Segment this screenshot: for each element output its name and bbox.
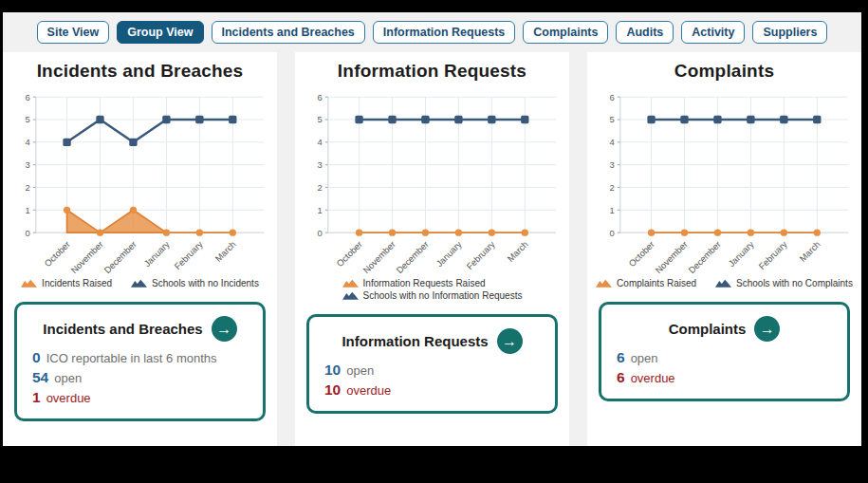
information-requests-detail-button[interactable]: → — [497, 328, 523, 354]
panels-row: Incidents and Breaches 0123456OctoberNov… — [3, 52, 861, 446]
chart-title-incidents: Incidents and Breaches — [7, 61, 273, 82]
svg-text:October: October — [626, 239, 656, 269]
stat-value: 6 — [617, 369, 625, 386]
area-series-icon — [342, 278, 359, 288]
legend-item: Schools with no Complaints — [715, 278, 853, 288]
svg-text:January: January — [726, 238, 756, 269]
stat-label: open — [54, 371, 82, 385]
svg-text:6: 6 — [609, 92, 614, 102]
legend-label: Information Requests Raised — [363, 278, 486, 288]
svg-text:5: 5 — [317, 114, 322, 124]
tab-suppliers[interactable]: Suppliers — [752, 21, 827, 44]
stat-open: 54 open — [32, 369, 248, 386]
line-series-icon — [342, 290, 359, 301]
area-series-icon — [596, 278, 612, 288]
card-title: Information Requests — [342, 333, 488, 349]
legend-label: Schools with no Complaints — [736, 278, 853, 288]
legend-label: Schools with no Information Requests — [363, 290, 523, 301]
svg-text:2: 2 — [25, 182, 29, 193]
complaints-chart-legend: Complaints Raised Schools with no Compla… — [587, 278, 861, 288]
svg-text:March: March — [797, 239, 822, 264]
legend-item: Incidents Raised — [21, 278, 112, 288]
complaints-chart: 0123456OctoberNovemberDecemberJanuaryFeb… — [594, 87, 856, 282]
svg-text:0: 0 — [25, 228, 29, 238]
svg-text:February: February — [464, 238, 497, 271]
svg-text:5: 5 — [25, 114, 29, 124]
tab-site-view[interactable]: Site View — [37, 21, 110, 44]
arrow-right-icon: → — [760, 322, 775, 337]
svg-text:0: 0 — [317, 228, 322, 238]
svg-text:1: 1 — [25, 205, 29, 215]
stat-label: overdue — [346, 383, 391, 398]
stat-open: 10 open — [324, 362, 540, 379]
incidents-chart-legend: Incidents Raised Schools with no Inciden… — [3, 278, 277, 288]
complaints-detail-button[interactable]: → — [754, 316, 780, 342]
card-title: Complaints — [669, 321, 747, 337]
legend-item: Schools with no Incidents — [131, 278, 259, 288]
svg-text:December: December — [686, 239, 723, 276]
svg-text:February: February — [756, 238, 789, 271]
svg-text:3: 3 — [609, 159, 614, 170]
svg-text:March: March — [212, 239, 237, 264]
svg-text:6: 6 — [25, 92, 29, 102]
svg-text:4: 4 — [25, 137, 29, 147]
legend-item: Schools with no Information Requests — [342, 290, 523, 301]
stat-value: 0 — [32, 349, 41, 366]
card-head: Incidents and Breaches → — [32, 316, 248, 342]
incidents-detail-button[interactable]: → — [212, 316, 237, 342]
stat-overdue: 6 overdue — [617, 369, 832, 386]
card-head: Complaints → — [617, 316, 832, 342]
tab-activity[interactable]: Activity — [681, 21, 745, 44]
line-series-icon — [715, 278, 731, 288]
stat-value: 1 — [32, 389, 41, 406]
legend-label: Complaints Raised — [617, 278, 696, 288]
tab-information-requests[interactable]: Information Requests — [373, 21, 516, 44]
svg-text:October: October — [334, 239, 363, 269]
svg-text:November: November — [68, 239, 105, 276]
svg-text:0: 0 — [609, 228, 614, 238]
tab-incidents-and-breaches[interactable]: Incidents and Breaches — [212, 21, 365, 44]
svg-text:January: January — [141, 238, 172, 269]
information-requests-chart: 0123456OctoberNovemberDecemberJanuaryFeb… — [302, 87, 563, 282]
stat-overdue: 10 overdue — [324, 381, 540, 399]
panel-incidents-and-breaches: Incidents and Breaches 0123456OctoberNov… — [3, 52, 277, 446]
svg-text:November: November — [360, 239, 397, 276]
svg-text:5: 5 — [609, 114, 614, 124]
svg-text:1: 1 — [317, 205, 322, 215]
legend-item: Information Requests Raised — [342, 278, 486, 288]
view-tabbar: Site View Group View Incidents and Breac… — [3, 12, 861, 52]
svg-text:March: March — [505, 239, 529, 264]
svg-text:October: October — [42, 239, 71, 269]
svg-text:2: 2 — [317, 182, 322, 193]
tab-group-view[interactable]: Group View — [117, 21, 203, 44]
incidents-chart: 0123456OctoberNovemberDecemberJanuaryFeb… — [9, 87, 271, 282]
stat-label: overdue — [46, 391, 91, 405]
legend-item: Complaints Raised — [596, 278, 696, 288]
stat-label: open — [631, 351, 658, 365]
card-head: Information Requests → — [324, 328, 540, 354]
stat-value: 10 — [324, 362, 341, 379]
panel-complaints: Complaints 0123456OctoberNovemberDecembe… — [587, 52, 861, 446]
chart-title-complaints: Complaints — [591, 61, 858, 82]
stat-open: 6 open — [617, 349, 832, 366]
chart-title-information-requests: Information Requests — [299, 61, 565, 82]
stat-value: 54 — [32, 369, 48, 386]
incidents-summary-card: Incidents and Breaches → 0 ICO reportabl… — [14, 302, 266, 421]
svg-text:6: 6 — [317, 92, 322, 102]
svg-text:1: 1 — [609, 205, 614, 215]
svg-text:November: November — [653, 239, 690, 276]
svg-text:2: 2 — [609, 182, 614, 193]
stat-label: ICO reportable in last 6 months — [46, 351, 217, 365]
stat-label: open — [346, 363, 374, 378]
svg-text:3: 3 — [25, 159, 29, 170]
legend-label: Incidents Raised — [42, 278, 112, 288]
area-series-icon — [21, 278, 37, 288]
svg-text:4: 4 — [609, 137, 614, 147]
information-requests-summary-card: Information Requests → 10 open 10 overdu… — [306, 314, 558, 414]
tab-audits[interactable]: Audits — [616, 21, 674, 44]
panel-information-requests: Information Requests 0123456OctoberNovem… — [295, 52, 569, 446]
tab-complaints[interactable]: Complaints — [523, 21, 608, 44]
svg-text:February: February — [172, 238, 205, 271]
stat-ico-reportable: 0 ICO reportable in last 6 months — [32, 349, 248, 366]
svg-text:December: December — [394, 239, 431, 276]
